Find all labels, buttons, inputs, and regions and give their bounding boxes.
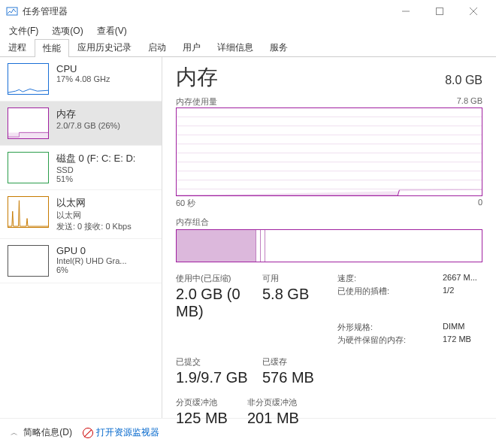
chevron-up-icon: ︿ (11, 428, 18, 437)
paged-value: 125 MB (176, 410, 247, 427)
sidebar-item-gpu[interactable]: GPU 0 Intel(R) UHD Gra... 6% (0, 239, 162, 283)
sidebar-item-cpu[interactable]: CPU 17% 4.08 GHz (0, 57, 162, 101)
window-controls (389, 0, 490, 23)
avail-value: 5.8 GB (262, 286, 337, 320)
sidebar-cpu-title: CPU (56, 63, 110, 74)
cpu-thumbnail (8, 63, 49, 95)
sidebar-net-sub2: 发送: 0 接收: 0 Kbps (56, 221, 132, 232)
tab-details[interactable]: 详细信息 (209, 38, 262, 56)
cached-value: 576 MB (262, 369, 352, 386)
chart-line (177, 173, 482, 195)
memory-thumbnail (8, 107, 49, 139)
detail-title: 内存 (176, 63, 218, 92)
composition-label: 内存组合 (176, 216, 482, 228)
sidebar-net-title: 以太网 (56, 196, 132, 210)
menu-file[interactable]: 文件(F) (3, 23, 44, 39)
inuse-label: 使用中(已压缩) (176, 273, 262, 284)
disk-thumbnail (8, 152, 49, 183)
open-resmon-label: 打开资源监视器 (96, 426, 159, 439)
avail-label: 可用 (262, 273, 337, 284)
sidebar-item-ethernet[interactable]: 以太网 以太网 发送: 0 接收: 0 Kbps (0, 190, 162, 239)
sidebar-disk-title: 磁盘 0 (F: C: E: D: (56, 152, 135, 165)
tab-startup[interactable]: 启动 (140, 38, 174, 56)
sidebar-disk-sub1: SSD (56, 165, 135, 174)
sidebar-memory-sub: 2.0/7.8 GB (26%) (56, 121, 120, 130)
menu-options[interactable]: 选项(O) (46, 23, 89, 39)
chart-axis-right: 0 (478, 198, 482, 209)
sidebar-gpu-title: GPU 0 (56, 245, 127, 256)
tab-performance[interactable]: 性能 (35, 39, 69, 57)
cached-label: 已缓存 (262, 356, 352, 368)
form-label: 外形规格: (337, 322, 443, 333)
stats-grid: 使用中(已压缩) 可用 速度: 2667 M... 2.0 GB (0 MB) … (176, 273, 482, 346)
tab-processes[interactable]: 进程 (0, 38, 35, 56)
tab-services[interactable]: 服务 (262, 38, 296, 56)
sidebar-item-disk[interactable]: 磁盘 0 (F: C: E: D: SSD 51% (0, 146, 162, 190)
paged-label: 分页缓冲池 (176, 397, 247, 408)
tab-history[interactable]: 应用历史记录 (69, 38, 140, 56)
slots-value: 1/2 (443, 286, 482, 320)
slots-label: 已使用的插槽: (337, 286, 443, 320)
sidebar-memory-title: 内存 (56, 107, 120, 121)
memory-composition-chart[interactable] (176, 229, 482, 262)
close-button[interactable] (456, 0, 490, 23)
svg-rect-5 (8, 132, 48, 138)
prohibited-icon (83, 428, 93, 438)
stats-row3: 分页缓冲池 非分页缓冲池 125 MB 201 MB (176, 397, 482, 427)
speed-value: 2667 M... (443, 273, 482, 284)
sidebar-cpu-sub: 17% 4.08 GHz (56, 74, 110, 83)
app-icon (6, 5, 18, 17)
detail-total: 8.0 GB (445, 74, 482, 87)
main-area: CPU 17% 4.08 GHz 内存 2.0/7.8 GB (26%) 磁盘 … (0, 57, 496, 418)
sidebar-disk-sub2: 51% (56, 174, 135, 183)
sidebar-item-memory[interactable]: 内存 2.0/7.8 GB (26%) (0, 101, 162, 146)
chart-axis-left: 60 秒 (176, 198, 195, 209)
window-title: 任务管理器 (23, 5, 389, 18)
inuse-value: 2.0 GB (0 MB) (176, 286, 262, 320)
form-value: DIMM (443, 322, 482, 333)
usage-chart-label: 内存使用量 (176, 96, 217, 107)
menu-view[interactable]: 查看(V) (91, 23, 133, 39)
nonpaged-label: 非分页缓冲池 (247, 397, 337, 408)
title-bar: 任务管理器 (0, 0, 496, 23)
sidebar-net-sub1: 以太网 (56, 210, 132, 221)
comp-inuse (177, 230, 256, 262)
ethernet-thumbnail (8, 196, 49, 228)
reserved-value: 172 MB (443, 334, 482, 346)
sidebar-gpu-sub2: 6% (56, 265, 127, 274)
commit-label: 已提交 (176, 356, 262, 368)
tab-bar: 进程 性能 应用历史记录 启动 用户 详细信息 服务 (0, 39, 496, 57)
gpu-thumbnail (8, 245, 49, 277)
menu-bar: 文件(F) 选项(O) 查看(V) (0, 23, 496, 39)
reserved-label: 为硬件保留的内存: (337, 334, 443, 346)
memory-usage-chart[interactable] (176, 107, 482, 196)
stats-row2: 已提交 已缓存 1.9/9.7 GB 576 MB (176, 356, 482, 386)
tab-users[interactable]: 用户 (174, 38, 209, 56)
sidebar-gpu-sub1: Intel(R) UHD Gra... (56, 256, 127, 265)
fewer-details-button[interactable]: ︿ 简略信息(D) (11, 426, 72, 439)
usage-chart-max: 7.8 GB (457, 96, 482, 107)
commit-value: 1.9/9.7 GB (176, 369, 262, 386)
open-resource-monitor-link[interactable]: 打开资源监视器 (83, 426, 159, 439)
speed-label: 速度: (337, 273, 443, 284)
detail-pane: 内存 8.0 GB 内存使用量 7.8 GB 60 秒 0 内存组合 使用中(已… (162, 57, 496, 418)
performance-sidebar: CPU 17% 4.08 GHz 内存 2.0/7.8 GB (26%) 磁盘 … (0, 57, 162, 418)
comp-free (265, 230, 482, 262)
nonpaged-value: 201 MB (247, 410, 337, 427)
minimize-button[interactable] (389, 0, 422, 23)
svg-rect-2 (436, 8, 443, 15)
maximize-button[interactable] (422, 0, 456, 23)
fewer-details-label: 简略信息(D) (23, 427, 72, 437)
